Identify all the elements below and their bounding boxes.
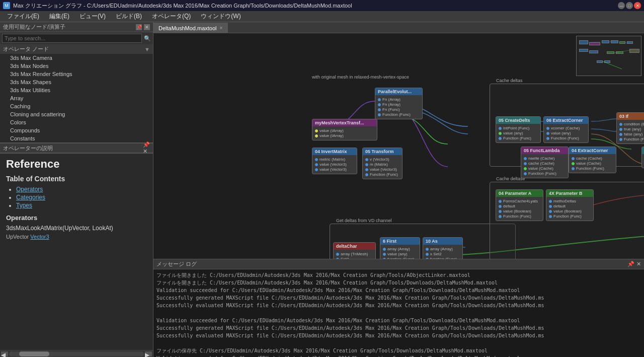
window-title: Max クリエーション グラフ - C:/Users/EDUadmin/Auto…	[13, 2, 352, 10]
scroll-right-button[interactable]: ▶	[145, 351, 152, 356]
node-param-b-title: 4X Parameter B	[546, 190, 593, 197]
collapse-icon[interactable]: ▼	[144, 46, 150, 52]
search-area: 🔍	[0, 32, 153, 44]
node-parallel-title: ParallelEvolut...	[375, 88, 422, 95]
reference-title: Reference	[6, 158, 147, 171]
msg-log-close[interactable]: ✕	[636, 261, 641, 267]
toc-heading: Table of Contents	[6, 175, 147, 183]
graph-label: with original mesh in relaxed-mesh-verte…	[312, 75, 409, 80]
log-message: ファイルの保存先 C:/Users/EDUadmin/Autodesk/3ds …	[156, 347, 641, 354]
active-tab[interactable]: DeltaMushMod.maxtool ×	[153, 23, 228, 33]
node-transform[interactable]: 05 Transform v (Vector3) m (Matrix) valu…	[362, 148, 403, 179]
node-parallel[interactable]: ParallelEvolut... Fn (Array) Fn (Array) …	[375, 88, 423, 119]
operators-heading: Operators	[6, 214, 147, 222]
menu-bar: ファイル(E) 編集(E) ビュー(V) ビルド(B) オペレータ(Q) ウィン…	[0, 11, 644, 22]
reference-panel-title: オペレーターの説明	[3, 145, 53, 152]
search-icon[interactable]: 🔍	[144, 35, 151, 42]
node-first-title: 6 First	[380, 238, 420, 245]
scroll-left-button[interactable]: ◀	[1, 351, 8, 356]
node-list-item-10[interactable]: Constants	[0, 134, 153, 142]
node-list-item-0[interactable]: 3ds Max Camera	[0, 54, 153, 62]
node-funct-lambda[interactable]: 05 FunctLambda naelte (Cache) cache (Cac…	[521, 147, 569, 178]
node-param-a[interactable]: 04 Parameter A FormsCache4Lyats default …	[496, 189, 543, 221]
node-funct-title: 05 FunctLambda	[521, 147, 568, 154]
menu-build[interactable]: ビルド(B)	[111, 11, 147, 22]
toc-list: Operators Categories Types	[16, 186, 147, 209]
tab-close-button[interactable]: ×	[220, 25, 223, 31]
node-list-item-2[interactable]: 3ds Max Render Settings	[0, 70, 153, 78]
node-delta-char[interactable]: deltaChar array (TriMesh) Set2 value (Ar…	[333, 242, 376, 259]
log-message: ファイルを開きました C:/Users/EDUadmin/Autodesk/3d…	[156, 271, 641, 279]
log-message: ファイルを開きました C:/Users/EDUadmin/Autodesk/3d…	[156, 279, 641, 287]
node-list-item-6[interactable]: Caching	[0, 102, 153, 110]
menu-edit[interactable]: 編集(E)	[44, 11, 74, 22]
maximize-button[interactable]: □	[626, 2, 633, 9]
node-delta-title: deltaChar	[334, 243, 375, 250]
message-log-title: メッセージ ログ	[156, 260, 197, 268]
reference-panel-header: オペレーターの説明 📌 ✕	[0, 143, 153, 153]
node-x[interactable]: 05 X value (Cache) value (Cache)	[641, 147, 644, 168]
node-create-title: 05 CreateDelts	[496, 117, 540, 124]
search-input[interactable]	[2, 34, 142, 43]
node-first[interactable]: 6 First array (Array) value (any) functi…	[380, 237, 420, 259]
toc-types-link[interactable]: Types	[16, 202, 32, 209]
menu-view[interactable]: ビュー(V)	[74, 11, 111, 22]
node-param-b[interactable]: 4X Parameter B methoDeltas default value…	[546, 189, 594, 221]
node-mesh-transform[interactable]: myMeshVertexTransf... value (IArray) val…	[312, 119, 377, 140]
tab-label: DeltaMushMod.maxtool	[158, 25, 217, 31]
close-button[interactable]: ✕	[634, 2, 641, 9]
scrollbar-thumb[interactable]	[19, 351, 49, 356]
node-list-item-1[interactable]: 3ds Max Nodes	[0, 62, 153, 70]
operator-section: オペレータ ノード ▼	[0, 44, 153, 54]
node-list-item-9[interactable]: Compounds	[0, 126, 153, 134]
node-invert-matrix[interactable]: 04 InvertMatrix metric (Matrix) value (V…	[312, 148, 357, 174]
node-extract-corner2[interactable]: 04 ExtractCorner cache (Cache) value (Ca…	[569, 147, 616, 173]
log-message: Validation succeeded for C:/Users/EDUadm…	[156, 354, 641, 357]
toc-operators-link[interactable]: Operators	[16, 186, 43, 193]
node-as-title: 10 As	[423, 238, 462, 245]
node-list-item-8[interactable]: Colors	[0, 118, 153, 126]
msg-log-pin[interactable]: 📌	[627, 261, 634, 267]
node-list: 3ds Max Camera3ds Max Nodes3ds Max Rende…	[0, 54, 153, 142]
message-log-header: メッセージ ログ 📌 ✕	[153, 259, 644, 269]
node-transform-title: 05 Transform	[363, 148, 402, 155]
toc-categories-link[interactable]: Categories	[16, 194, 45, 201]
minimap[interactable]	[576, 36, 641, 76]
message-log-content[interactable]: ファイルを開きました C:/Users/EDUadmin/Autodesk/3d…	[153, 269, 644, 357]
tab-bar: DeltaMushMod.maxtool ×	[153, 22, 644, 33]
log-message: Successfully generated MAXScript file C:…	[156, 294, 641, 302]
menu-operator[interactable]: オペレータ(Q)	[147, 11, 196, 22]
app-icon: M	[3, 2, 10, 9]
node-list-item-4[interactable]: 3ds Max Utilities	[0, 86, 153, 94]
log-message: Successfully evaluated MAXScript file C:…	[156, 332, 641, 339]
param1-type-link[interactable]: Vector3	[30, 234, 49, 240]
panel-close-button[interactable]: ✕	[144, 24, 150, 30]
horizontal-scrollbar[interactable]: ◀ ▶	[0, 350, 153, 357]
node-list-item-5[interactable]: Array	[0, 94, 153, 102]
node-panel-header: 使用可能なノード/演算子 📌 ✕	[0, 22, 153, 32]
param-description: UpVector Vector3	[6, 234, 147, 240]
message-log: メッセージ ログ 📌 ✕ ファイルを開きました C:/Users/EDUadmi…	[153, 259, 644, 357]
log-message: Validation succeeded for C:/Users/EDUadm…	[156, 317, 641, 324]
node-extract-corner[interactable]: 06 ExtractCorner xcorner (Cache) value (…	[543, 116, 589, 143]
node-if[interactable]: 03 If condition (Boolean) true (any) fal…	[616, 112, 644, 144]
scrollbar-track[interactable]	[9, 351, 144, 356]
minimize-button[interactable]: —	[618, 2, 625, 9]
title-bar: M Max クリエーション グラフ - C:/Users/EDUadmin/Au…	[0, 0, 644, 11]
node-as[interactable]: 10 As array (Array) x Set2 function (Fun…	[423, 237, 463, 259]
node-x-title: 05 X	[642, 147, 644, 154]
get-deltas-title: Get deltas from VD channel	[334, 218, 394, 223]
ref-panel-pin[interactable]: 📌	[143, 141, 150, 148]
node-list-item-3[interactable]: 3ds Max Shapes	[0, 78, 153, 86]
node-create-delts[interactable]: 05 CreateDelts IntPoint (Func) value (an…	[496, 116, 541, 143]
menu-window[interactable]: ウィンドウ(W)	[196, 11, 246, 22]
node-list-item-7[interactable]: Cloning and scattering	[0, 110, 153, 118]
menu-file[interactable]: ファイル(E)	[2, 11, 44, 22]
node-if-title: 03 If	[617, 113, 644, 120]
panel-pin-button[interactable]: 📌	[136, 24, 142, 30]
log-message	[156, 339, 641, 347]
graph-canvas[interactable]: Cache deltas Get deltas from VD channel …	[153, 33, 644, 259]
log-message	[156, 309, 641, 317]
log-message: Validation succeeded for C:/Users/EDUadm…	[156, 287, 641, 294]
node-extract2-title: 04 ExtractCorner	[569, 147, 616, 154]
